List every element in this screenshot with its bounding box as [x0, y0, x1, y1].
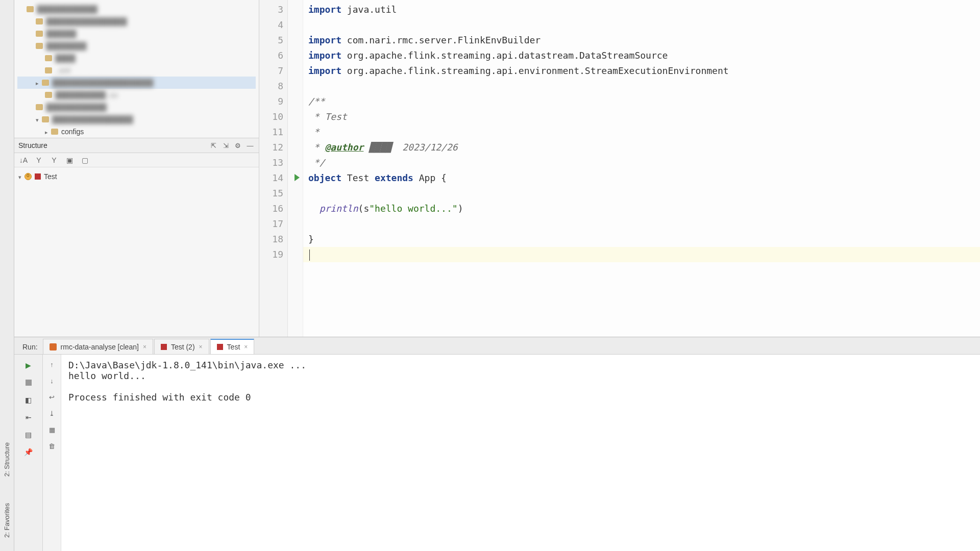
folder-icon — [42, 116, 49, 122]
folder-icon — [45, 92, 52, 98]
run-tab-label: rmc-data-analyse [clean] — [61, 343, 139, 351]
code-line[interactable] — [303, 247, 980, 262]
run-tab[interactable]: Test (2)× — [154, 339, 209, 354]
chevron-icon[interactable] — [45, 128, 48, 136]
print-icon[interactable]: ▦ — [46, 424, 58, 435]
clear-icon[interactable]: 🗑 — [46, 440, 58, 452]
project-tree-label: ██████████..uu — [55, 91, 118, 99]
code-line[interactable]: import org.apache.flink.streaming.api.en… — [303, 63, 980, 79]
project-tree-label: ████████████████ — [46, 17, 127, 26]
code-area[interactable]: import java.util import com.nari.rmc.ser… — [303, 0, 980, 337]
expand-all-icon[interactable]: ⇱ — [209, 141, 218, 150]
autoscroll-from-icon[interactable]: ▢ — [80, 155, 90, 165]
collapse-all-icon[interactable]: ⇲ — [221, 141, 230, 150]
line-number-gutter[interactable]: 345678910111213141516171819 — [259, 0, 288, 337]
close-tab-icon[interactable]: × — [199, 343, 203, 350]
dump-icon[interactable]: ◧ — [21, 393, 36, 407]
folder-icon — [36, 104, 43, 110]
folder-icon — [27, 6, 34, 12]
structure-title: Structure — [18, 141, 206, 149]
console-output[interactable]: D:\Java\Base\jdk-1.8.0_141\bin\java.exe … — [61, 355, 980, 551]
autoscroll-to-icon[interactable]: ▣ — [64, 155, 75, 165]
folder-icon — [45, 55, 52, 61]
run-toolbar-secondary: ↑ ↓ ↩ ⤓ ▦ 🗑 — [43, 355, 61, 551]
code-line[interactable]: * Test — [303, 109, 980, 124]
structure-item-label: Test — [44, 172, 57, 181]
rerun-icon[interactable]: ▶ — [21, 359, 36, 372]
main-column: ████████████████████████████████████████… — [14, 0, 980, 551]
run-tab-label: Test (2) — [171, 343, 195, 351]
code-line[interactable]: import java.util — [303, 2, 980, 17]
run-tab-label: Test — [227, 343, 240, 351]
project-tree-item[interactable]: ████████████ — [17, 101, 256, 113]
top-split: ████████████████████████████████████████… — [14, 0, 980, 337]
project-tree-label: ████████████ — [46, 103, 107, 111]
project-tree-item[interactable]: ██████ — [17, 28, 256, 40]
code-line[interactable] — [303, 79, 980, 94]
code-line[interactable] — [303, 186, 980, 201]
down-icon[interactable]: ↓ — [46, 375, 58, 386]
soft-wrap-icon[interactable]: ↩ — [46, 391, 58, 403]
run-label: Run: — [18, 340, 42, 354]
project-tree-label: ████████████ — [37, 5, 97, 13]
project-tree-item[interactable]: ██████████..uu — [17, 89, 256, 101]
code-line[interactable]: * — [303, 124, 980, 140]
project-tree-label: ██████ — [46, 30, 77, 38]
close-tab-icon[interactable]: × — [244, 343, 248, 350]
chevron-icon[interactable] — [36, 79, 39, 87]
settings-icon[interactable]: ⚙ — [233, 141, 242, 150]
structure-item-test[interactable]: Test — [18, 170, 255, 183]
hide-panel-icon[interactable]: — — [246, 141, 255, 150]
structure-tool-tab[interactable]: 2: Structure — [2, 439, 12, 480]
code-line[interactable] — [303, 17, 980, 33]
folder-icon — [42, 80, 49, 86]
project-tree-item[interactable]: ████████████████████ — [17, 77, 256, 89]
filter2-icon[interactable]: Y — [49, 155, 59, 165]
code-line[interactable]: object Test extends App { — [303, 170, 980, 186]
chevron-down-icon[interactable] — [18, 172, 21, 181]
code-line[interactable]: println(s"hello world...") — [303, 201, 980, 216]
stop-icon[interactable] — [21, 376, 36, 389]
code-line[interactable] — [303, 216, 980, 232]
code-line[interactable]: /** — [303, 94, 980, 109]
fold-gutter[interactable] — [288, 0, 303, 337]
project-tree-item[interactable]: ████████████ — [17, 3, 256, 15]
project-tree-item[interactable]: ..xml — [17, 64, 256, 77]
project-tree-label: ████████ — [46, 42, 86, 50]
folder-icon — [36, 43, 43, 49]
layout-icon[interactable]: ▤ — [21, 428, 36, 441]
code-editor[interactable]: 345678910111213141516171819 import java.… — [259, 0, 980, 337]
pin-icon[interactable]: 📌 — [21, 445, 36, 459]
project-tree-item[interactable]: ████████████████ — [17, 113, 256, 126]
project-tree[interactable]: ████████████████████████████████████████… — [14, 0, 259, 138]
code-line[interactable]: import com.nari.rmc.server.FlinkEnvBuild… — [303, 33, 980, 48]
run-tab[interactable]: Test× — [210, 339, 255, 354]
run-tab[interactable]: rmc-data-analyse [clean]× — [43, 339, 153, 354]
code-line[interactable]: import org.apache.flink.streaming.api.da… — [303, 48, 980, 63]
exit-icon[interactable]: ⇤ — [21, 411, 36, 424]
code-line[interactable]: */ — [303, 155, 980, 170]
project-tree-label: ████████████████████ — [52, 79, 153, 87]
code-line[interactable]: * @author ████ 2023/12/26 — [303, 140, 980, 155]
project-tree-item[interactable]: ████ — [17, 52, 256, 64]
up-icon[interactable]: ↑ — [46, 359, 58, 370]
side-panel: ████████████████████████████████████████… — [14, 0, 259, 337]
favorites-tool-tab[interactable]: 2: Favorites — [2, 500, 12, 541]
sort-alpha-icon[interactable]: ↓A — [18, 155, 29, 165]
structure-body: Test — [14, 167, 259, 337]
code-line[interactable]: } — [303, 232, 980, 247]
scroll-end-icon[interactable]: ⤓ — [46, 408, 58, 419]
project-tree-label: ..xml — [55, 66, 70, 74]
filter-icon[interactable]: Y — [34, 155, 44, 165]
maven-icon — [50, 343, 57, 350]
project-tree-item[interactable]: ████████████████ — [17, 15, 256, 28]
chevron-icon[interactable] — [36, 115, 39, 123]
project-tree-item[interactable]: configs — [17, 126, 256, 138]
run-tab-bar: Run: rmc-data-analyse [clean]×Test (2)×T… — [14, 337, 980, 355]
close-tab-icon[interactable]: × — [143, 343, 146, 350]
folder-icon — [36, 31, 43, 37]
structure-panel-header: Structure ⇱ ⇲ ⚙ — — [14, 138, 259, 153]
run-gutter-icon[interactable] — [295, 174, 300, 181]
project-tree-item[interactable]: ████████ — [17, 40, 256, 52]
folder-icon — [36, 18, 43, 24]
